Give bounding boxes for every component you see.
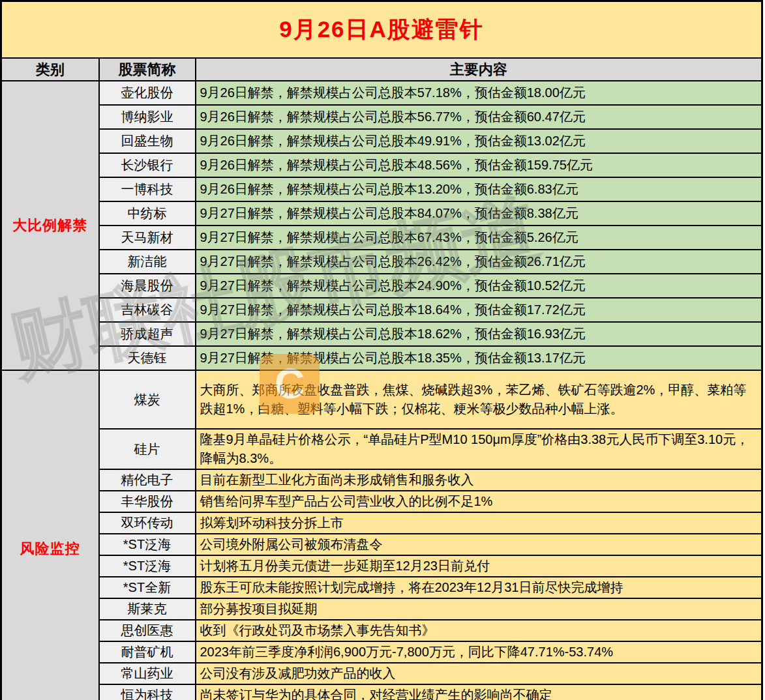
content-cell: 9月27日解禁，解禁规模占公司总股本18.64%，预估金额17.72亿元 (196, 298, 762, 322)
content-cell: 9月27日解禁，解禁规模占公司总股本26.42%，预估金额26.71亿元 (196, 250, 762, 274)
stock-name-cell: 丰华股份 (99, 491, 196, 512)
table-row: 常山药业公司没有涉及减肥功效产品的收入 (1, 663, 762, 684)
content-cell: 隆基9月单晶硅片价格公示，“单晶硅片P型M10 150μm厚度”价格由3.38元… (196, 429, 762, 469)
content-cell: 9月26日解禁，解禁规模占公司总股本49.91%，预估金额13.02亿元 (196, 129, 762, 153)
stock-name-cell: 博纳影业 (99, 105, 196, 129)
content-cell: 公司境外附属公司被颁布清盘令 (196, 534, 762, 555)
table-row: 吉林碳谷9月27日解禁，解禁规模占公司总股本18.64%，预估金额17.72亿元 (1, 298, 762, 322)
stock-name-cell: 硅片 (99, 429, 196, 469)
content-cell: 大商所、郑商所夜盘收盘普跌，焦煤、烧碱跌超3%，苯乙烯、铁矿石等跌逾2%，甲醇、… (196, 370, 762, 429)
table-row: 博纳影业9月26日解禁，解禁规模占公司总股本56.77%，预估金额60.47亿元 (1, 105, 762, 129)
content-cell: 9月27日解禁，解禁规模占公司总股本24.90%，预估金额10.52亿元 (196, 274, 762, 298)
content-cell: 目前在新型工业化方面尚未形成销售和服务收入 (196, 469, 762, 491)
content-cell: 9月27日解禁，解禁规模占公司总股本67.43%，预估金额5.26亿元 (196, 226, 762, 250)
stock-name-cell: 回盛生物 (99, 129, 196, 153)
column-header-stock: 股票简称 (99, 58, 196, 81)
stock-name-cell: *ST泛海 (99, 555, 196, 577)
stock-name-cell: 思创医惠 (99, 620, 196, 641)
stock-name-cell: 一博科技 (99, 177, 196, 201)
table-row: 一博科技9月26日解禁，解禁规模占公司总股本13.20%，预估金额6.83亿元 (1, 177, 762, 201)
table-row: 硅片隆基9月单晶硅片价格公示，“单晶硅片P型M10 150μm厚度”价格由3.3… (1, 429, 762, 469)
content-cell: 部分募投项目拟延期 (196, 598, 762, 620)
stock-name-cell: 长沙银行 (99, 153, 196, 177)
stock-name-cell: 天德钰 (99, 346, 196, 370)
table-body: 大比例解禁壶化股份9月26日解禁，解禁规模占公司总股本57.18%，预估金额18… (1, 81, 762, 700)
table-row: 海晨股份9月27日解禁，解禁规模占公司总股本24.90%，预估金额10.52亿元 (1, 274, 762, 298)
content-cell: 收到《行政处罚及市场禁入事先告知书》 (196, 620, 762, 641)
column-header-content: 主要内容 (196, 58, 762, 81)
content-cell: 拟筹划环动科技分拆上市 (196, 512, 762, 534)
stock-name-cell: 中纺标 (99, 201, 196, 226)
content-cell: 9月26日解禁，解禁规模占公司总股本13.20%，预估金额6.83亿元 (196, 177, 762, 201)
stock-name-cell: 壶化股份 (99, 81, 196, 105)
header-row: 类别 股票简称 主要内容 (1, 58, 762, 81)
table-row: 回盛生物9月26日解禁，解禁规模占公司总股本49.91%，预估金额13.02亿元 (1, 129, 762, 153)
table-row: 天马新材9月27日解禁，解禁规模占公司总股本67.43%，预估金额5.26亿元 (1, 226, 762, 250)
page-title: 9月26日A股避雷针 (1, 1, 762, 59)
stock-name-cell: 耐普矿机 (99, 641, 196, 663)
table-row: 双环传动拟筹划环动科技分拆上市 (1, 512, 762, 534)
avoid-mine-table: 9月26日A股避雷针 类别 股票简称 主要内容 大比例解禁壶化股份9月26日解禁… (0, 0, 763, 700)
content-cell: 9月26日解禁，解禁规模占公司总股本48.56%，预估金额159.75亿元 (196, 153, 762, 177)
stock-name-cell: 新洁能 (99, 250, 196, 274)
table-row: 风险监控煤炭大商所、郑商所夜盘收盘普跌，焦煤、烧碱跌超3%，苯乙烯、铁矿石等跌逾… (1, 370, 762, 429)
table-row: 丰华股份销售给问界车型产品占公司营业收入的比例不足1% (1, 491, 762, 512)
table-row: 耐普矿机2023年前三季度净利润6,900万元-7,800万元，同比下降47.7… (1, 641, 762, 663)
stock-name-cell: 斯莱克 (99, 598, 196, 620)
stock-name-cell: 煤炭 (99, 370, 196, 429)
stock-name-cell: 常山药业 (99, 663, 196, 684)
content-cell: 9月26日解禁，解禁规模占公司总股本57.18%，预估金额18.00亿元 (196, 81, 762, 105)
avoid-mine-sheet: 9月26日A股避雷针 类别 股票简称 主要内容 大比例解禁壶化股份9月26日解禁… (0, 0, 765, 700)
table-row: 思创医惠收到《行政处罚及市场禁入事先告知书》 (1, 620, 762, 641)
table-row: 斯莱克部分募投项目拟延期 (1, 598, 762, 620)
table-row: 恒为科技尚未签订与华为的具体合同，对经营业绩产生的影响尚不确定 (1, 684, 762, 700)
table-row: *ST泛海公司境外附属公司被颁布清盘令 (1, 534, 762, 555)
table-row: 新洁能9月27日解禁，解禁规模占公司总股本26.42%，预估金额26.71亿元 (1, 250, 762, 274)
content-cell: 销售给问界车型产品占公司营业收入的比例不足1% (196, 491, 762, 512)
category-cell: 风险监控 (1, 370, 99, 700)
content-cell: 9月26日解禁，解禁规模占公司总股本56.77%，预估金额60.47亿元 (196, 105, 762, 129)
stock-name-cell: *ST全新 (99, 577, 196, 598)
table-row: 中纺标9月27日解禁，解禁规模占公司总股本84.07%，预估金额8.38亿元 (1, 201, 762, 226)
table-row: 骄成超声9月27日解禁，解禁规模占公司总股本18.62%，预估金额16.93亿元 (1, 322, 762, 346)
table-row: 大比例解禁壶化股份9月26日解禁，解禁规模占公司总股本57.18%，预估金额18… (1, 81, 762, 105)
stock-name-cell: 恒为科技 (99, 684, 196, 700)
content-cell: 9月27日解禁，解禁规模占公司总股本18.62%，预估金额16.93亿元 (196, 322, 762, 346)
table-row: *ST泛海计划将五月份美元债进一步延期至12月23日前兑付 (1, 555, 762, 577)
content-cell: 计划将五月份美元债进一步延期至12月23日前兑付 (196, 555, 762, 577)
content-cell: 公司没有涉及减肥功效产品的收入 (196, 663, 762, 684)
stock-name-cell: 骄成超声 (99, 322, 196, 346)
table-row: 天德钰9月27日解禁，解禁规模占公司总股本18.35%，预估金额13.17亿元 (1, 346, 762, 370)
title-row: 9月26日A股避雷针 (1, 1, 762, 59)
table-row: *ST全新股东王可欣未能按照计划完成增持，将在2023年12月31日前尽快完成增… (1, 577, 762, 598)
content-cell: 2023年前三季度净利润6,900万元-7,800万元，同比下降47.71%-5… (196, 641, 762, 663)
stock-name-cell: 海晨股份 (99, 274, 196, 298)
category-cell: 大比例解禁 (1, 81, 99, 370)
content-cell: 9月27日解禁，解禁规模占公司总股本84.07%，预估金额8.38亿元 (196, 201, 762, 226)
table-row: 长沙银行9月26日解禁，解禁规模占公司总股本48.56%，预估金额159.75亿… (1, 153, 762, 177)
content-cell: 9月27日解禁，解禁规模占公司总股本18.35%，预估金额13.17亿元 (196, 346, 762, 370)
content-cell: 股东王可欣未能按照计划完成增持，将在2023年12月31日前尽快完成增持 (196, 577, 762, 598)
stock-name-cell: 天马新材 (99, 226, 196, 250)
content-cell: 尚未签订与华为的具体合同，对经营业绩产生的影响尚不确定 (196, 684, 762, 700)
column-header-category: 类别 (1, 58, 99, 81)
table-row: 精伦电子目前在新型工业化方面尚未形成销售和服务收入 (1, 469, 762, 491)
stock-name-cell: 吉林碳谷 (99, 298, 196, 322)
stock-name-cell: *ST泛海 (99, 534, 196, 555)
stock-name-cell: 精伦电子 (99, 469, 196, 491)
stock-name-cell: 双环传动 (99, 512, 196, 534)
